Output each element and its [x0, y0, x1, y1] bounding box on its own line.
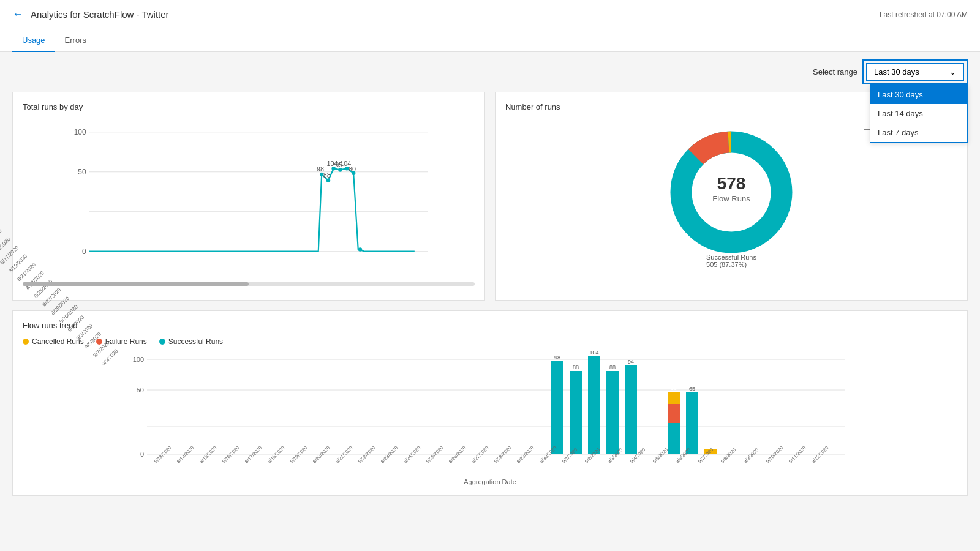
svg-text:Flow Runs: Flow Runs — [712, 194, 750, 203]
line-chart-area: 100 50 0 98 88 104 95 104 80 — [23, 119, 475, 278]
svg-text:50: 50 — [78, 168, 86, 176]
svg-point-17 — [345, 167, 349, 171]
svg-point-19 — [358, 247, 363, 252]
select-range-button[interactable]: Last 30 days ⌄ — [866, 63, 964, 81]
svg-text:9/5/2020: 9/5/2020 — [652, 447, 669, 465]
dropdown-item-7days[interactable]: Last 7 days — [870, 123, 967, 142]
donut-area: — Cancelled Runs 6 (1.04%) — Failure Run… — [505, 119, 957, 290]
dropdown-menu: Last 30 days Last 14 days Last 7 days — [870, 84, 968, 143]
svg-text:88: 88 — [323, 171, 331, 179]
svg-text:9/7/2020: 9/7/2020 — [697, 447, 715, 465]
header-left: ← Analytics for ScratchFlow - Twitter — [12, 8, 169, 21]
select-range-dropdown[interactable]: Last 30 days ⌄ Last 30 days Last 14 days… — [862, 59, 968, 84]
successful-label: Successful Runs — [168, 337, 223, 346]
back-button[interactable]: ← — [12, 8, 23, 21]
svg-text:0: 0 — [140, 451, 144, 458]
svg-point-15 — [331, 167, 336, 171]
svg-text:65: 65 — [689, 386, 695, 392]
dropdown-item-14days[interactable]: Last 14 days — [870, 104, 967, 123]
line-chart-svg: 100 50 0 98 88 104 95 104 80 — [23, 119, 475, 278]
bar-chart-svg: 100 50 0 98 88 104 88 — [23, 353, 957, 476]
svg-text:80: 80 — [349, 165, 356, 173]
svg-text:94: 94 — [628, 359, 634, 365]
bar-825 — [625, 365, 637, 454]
bar-95-cancelled — [668, 392, 680, 404]
bar-824 — [606, 371, 619, 454]
tab-usage[interactable]: Usage — [12, 29, 55, 52]
svg-text:100: 100 — [133, 356, 144, 363]
svg-point-13 — [320, 173, 324, 177]
svg-point-18 — [352, 171, 356, 176]
toolbar: Select range Last 30 days ⌄ Last 30 days… — [0, 52, 980, 92]
legend-successful: Successful Runs — [159, 337, 223, 346]
header: ← Analytics for ScratchFlow - Twitter La… — [0, 0, 980, 29]
svg-point-16 — [338, 168, 342, 172]
svg-text:0: 0 — [82, 247, 86, 256]
dropdown-item-30days[interactable]: Last 30 days — [870, 85, 967, 104]
bar-95-failure — [668, 404, 680, 423]
svg-text:104: 104 — [589, 350, 598, 356]
svg-text:33: 33 — [671, 385, 677, 391]
svg-text:88: 88 — [609, 364, 616, 370]
page-title: Analytics for ScratchFlow - Twitter — [31, 9, 169, 20]
bar-chart-title: Flow runs trend — [23, 321, 957, 330]
legend-cancelled: Cancelled Runs — [23, 337, 84, 346]
selected-option-label: Last 30 days — [874, 67, 919, 77]
bar-822 — [570, 371, 582, 454]
bar-95-success — [668, 423, 680, 454]
successful-runs-label: Successful Runs — [706, 253, 756, 261]
svg-point-14 — [326, 179, 331, 183]
failure-label: Failure Runs — [105, 337, 147, 346]
svg-text:9/8/2020: 9/8/2020 — [720, 447, 737, 465]
chart-scrollbar[interactable] — [23, 282, 475, 286]
line-chart-card: Total runs by day 100 50 0 — [12, 92, 485, 301]
donut-svg: 578 Flow Runs — [652, 119, 811, 266]
svg-text:578: 578 — [717, 174, 746, 193]
bar-821 — [551, 361, 564, 454]
svg-text:98: 98 — [554, 354, 560, 361]
last-refreshed: Last refreshed at 07:00 AM — [880, 10, 968, 19]
bar-chart-card: Flow runs trend Cancelled Runs Failure R… — [12, 310, 968, 496]
svg-text:100: 100 — [74, 128, 86, 137]
tabs-bar: Usage Errors — [0, 29, 980, 52]
bar-96 — [686, 392, 698, 454]
donut-bottom-legend: Successful Runs 505 (87.37%) — [706, 253, 756, 268]
chevron-down-icon: ⌄ — [949, 67, 956, 77]
select-range-label: Select range — [813, 67, 858, 77]
bar-chart-legend: Cancelled Runs Failure Runs Successful R… — [23, 337, 957, 346]
svg-text:88: 88 — [573, 364, 579, 370]
svg-text:50: 50 — [137, 386, 144, 394]
tab-errors[interactable]: Errors — [55, 29, 96, 52]
main-content: Total runs by day 100 50 0 — [0, 92, 980, 508]
line-chart-title: Total runs by day — [23, 102, 475, 111]
select-range-control: Select range Last 30 days ⌄ Last 30 days… — [813, 59, 968, 84]
bar-823 — [588, 356, 600, 454]
top-charts-row: Total runs by day 100 50 0 — [12, 92, 968, 301]
bar-chart-area: 100 50 0 98 88 104 88 — [23, 353, 957, 476]
cancelled-dot — [23, 339, 29, 345]
successful-dot — [159, 339, 165, 345]
svg-text:9/9/2020: 9/9/2020 — [742, 447, 760, 465]
x-axis-title: Aggregation Date — [23, 478, 957, 485]
successful-runs-value: 505 (87.37%) — [706, 261, 747, 268]
